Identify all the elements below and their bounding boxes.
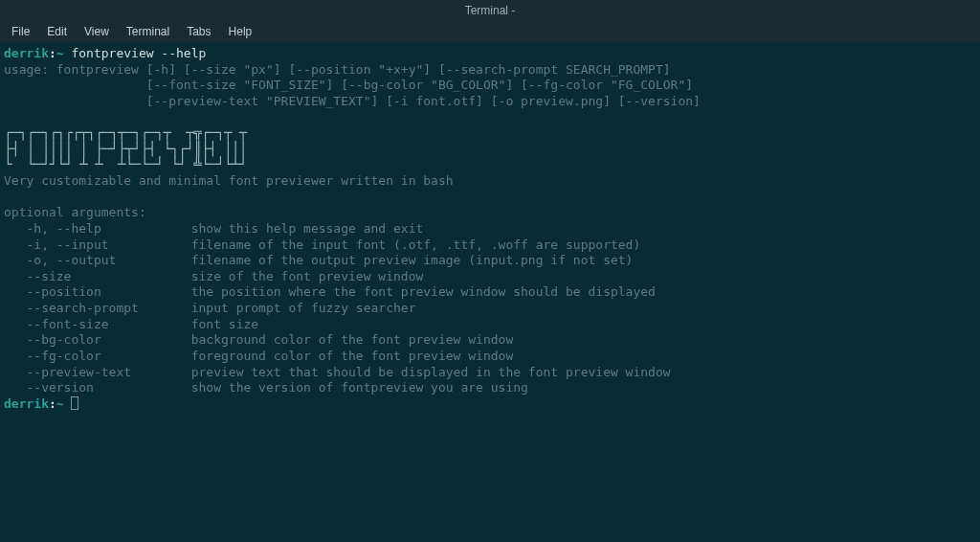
opt-bg-color: --bg-color background color of the font …: [4, 332, 513, 347]
ascii-logo-line-1: ┌─┐┌─┐┌┐┌┌┬┐┌─┐┬─┐┌─┐┬ ┬╦┌─┐┬ ┬: [4, 124, 247, 140]
menu-help[interactable]: Help: [223, 23, 258, 40]
opt-help: -h, --help show this help message and ex…: [4, 221, 423, 236]
opt-input: -i, --input filename of the input font (…: [4, 237, 640, 252]
window-title: Terminal -: [465, 4, 516, 17]
opt-output: -o, --output filename of the output prev…: [4, 253, 633, 267]
menu-view[interactable]: View: [78, 23, 115, 40]
prompt-sep-2: :: [49, 396, 56, 411]
entered-command: fontpreview --help: [71, 46, 206, 60]
opt-position: --position the position where the font p…: [4, 284, 656, 299]
opt-version: --version show the version of fontprevie…: [4, 380, 528, 395]
usage-line-1: usage: fontpreview [-h] [--size "px"] [-…: [4, 62, 671, 77]
window-titlebar: Terminal -: [0, 0, 980, 21]
terminal-output[interactable]: derrik:~ fontpreview --help usage: fontp…: [0, 42, 980, 416]
ascii-logo-line-2: ├┤ │ ││││ │ ├─┘├┬┘├┤ └┐┌┘║├┤ │││: [4, 141, 247, 156]
menu-edit[interactable]: Edit: [41, 23, 73, 40]
menu-tabs[interactable]: Tabs: [181, 23, 216, 40]
menu-file[interactable]: File: [6, 23, 35, 40]
opt-preview-text: --preview-text preview text that should …: [4, 365, 671, 379]
ascii-logo-line-3: └ └─┘┘└┘ ┴ ┴ ┴└─└─┘ └┘ ╩└─┘└┴┘: [4, 156, 247, 171]
menubar: File Edit View Terminal Tabs Help: [0, 21, 980, 42]
opt-search-prompt: --search-prompt input prompt of fuzzy se…: [4, 301, 415, 315]
prompt-user-2: derrik: [4, 396, 49, 411]
prompt-path: ~: [56, 46, 64, 60]
opt-fg-color: --fg-color foreground color of the font …: [4, 349, 513, 363]
description: Very customizable and minimal font previ…: [4, 173, 454, 188]
prompt-user: derrik: [4, 46, 49, 60]
usage-line-3: [--preview-text "PREVIEW_TEXT"] [-i font…: [4, 94, 701, 108]
menu-terminal[interactable]: Terminal: [121, 23, 175, 40]
usage-line-2: [--font-size "FONT_SIZE"] [--bg-color "B…: [4, 78, 693, 92]
optional-args-header: optional arguments:: [4, 205, 146, 219]
cursor-icon: [71, 396, 78, 410]
opt-size: --size size of the font preview window: [4, 269, 423, 283]
prompt-path-2: ~: [56, 396, 64, 411]
opt-font-size: --font-size font size: [4, 317, 258, 331]
prompt-sep: :: [49, 46, 56, 60]
